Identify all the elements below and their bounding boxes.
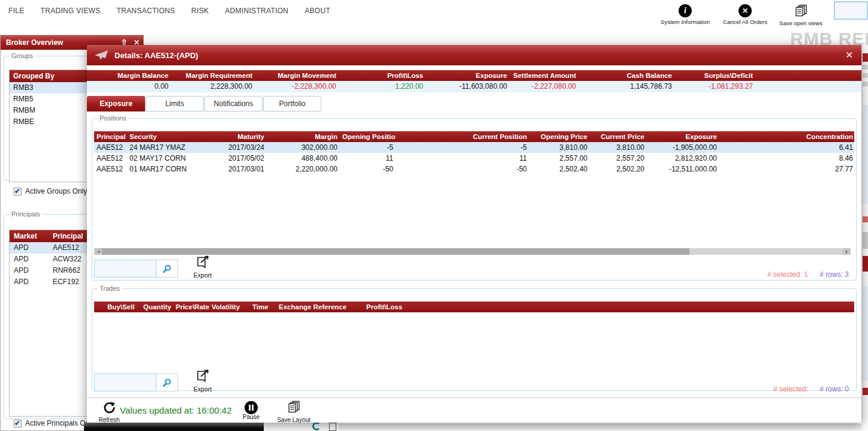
cell[interactable]: 3,810.00 <box>529 142 590 153</box>
cell-market[interactable]: APD <box>10 276 52 288</box>
col-current-position[interactable]: Current Position <box>396 131 529 142</box>
cell[interactable]: -12,511,000.00 <box>647 164 719 174</box>
summary-val-margin-requirement: 2,228,300.00 <box>171 81 255 92</box>
cell[interactable]: 2,812,920.00 <box>647 153 719 164</box>
menu-item-trading-views[interactable]: TRADING VIEWS <box>41 7 101 15</box>
summary-col-margin-balance: Margin Balance <box>87 70 171 81</box>
col-exposure[interactable]: Exposure <box>647 131 719 142</box>
dialog-close-icon[interactable] <box>845 50 853 61</box>
positions-h-scrollbar[interactable] <box>94 248 851 255</box>
cell[interactable]: 2,557.00 <box>529 153 590 164</box>
positions-search-button[interactable] <box>156 260 178 278</box>
cell[interactable]: 2017/05/02 <box>187 153 267 164</box>
trades-search-input[interactable] <box>94 373 156 391</box>
tab-notifications[interactable]: Notifications <box>204 96 263 111</box>
col-concentration[interactable]: Concentration <box>719 131 854 142</box>
cell[interactable]: 2,502.20 <box>590 164 647 174</box>
cell[interactable]: 3,810.00 <box>590 142 647 153</box>
quick-search-input[interactable] <box>834 1 868 20</box>
cell[interactable]: 2,502.40 <box>529 164 590 174</box>
summary-val-settlement-amount: -2,227,080.00 <box>510 81 578 92</box>
principals-col-market[interactable]: Market <box>10 230 52 242</box>
cell[interactable]: 8.46 <box>719 153 854 164</box>
col-margin[interactable]: Margin <box>267 131 340 142</box>
cell[interactable]: -50 <box>396 164 529 174</box>
cell-market[interactable]: APD <box>10 265 52 276</box>
cell[interactable]: 302,000.00 <box>267 142 340 153</box>
trades-search-button[interactable] <box>156 373 178 391</box>
col-price-rate[interactable]: Price\Rate <box>173 302 209 312</box>
cell[interactable]: 6.41 <box>719 142 854 153</box>
scroll-thumb[interactable] <box>102 248 689 255</box>
menu-item-about[interactable]: ABOUT <box>305 7 330 15</box>
cell[interactable]: 2,220,000.00 <box>267 164 340 174</box>
detail-tabs: Exposure Limits Notifications Portfolio <box>87 96 322 111</box>
cancel-all-orders-button[interactable]: Cancel All Orders <box>716 4 774 25</box>
col-exchange-reference[interactable]: Exchange Reference <box>276 302 364 312</box>
save-open-views-label: Save open views <box>772 20 830 26</box>
cell[interactable]: AAE512 <box>94 164 127 174</box>
save-layout-button[interactable]: Save Layout <box>270 400 318 423</box>
scroll-left-arrow-icon[interactable] <box>94 248 102 255</box>
col-trade-profit-loss[interactable]: Profit\Loss <box>364 302 454 312</box>
menu-item-risk[interactable]: RISK <box>191 7 209 15</box>
col-opening-price[interactable]: Opening Price <box>529 131 590 142</box>
save-open-views-button[interactable]: Save open views <box>772 4 830 26</box>
menu-item-file[interactable]: FILE <box>8 7 25 15</box>
tab-exposure[interactable]: Exposure <box>87 96 145 111</box>
col-maturity[interactable]: Maturity <box>187 131 267 142</box>
cell[interactable]: 2,557.20 <box>590 153 647 164</box>
col-volatility[interactable]: Volatility <box>209 302 250 312</box>
cell[interactable]: AAE512 <box>94 142 127 153</box>
menu-item-transactions[interactable]: TRANSACTIONS <box>116 7 175 15</box>
pause-icon <box>245 401 258 414</box>
summary-val-exposure: -11,603,080.00 <box>426 81 510 92</box>
cell[interactable]: -50 <box>340 164 396 174</box>
refresh-label: Refresh <box>92 417 126 423</box>
export-icon <box>195 369 211 384</box>
tab-limits[interactable]: Limits <box>146 96 204 111</box>
cell[interactable]: -5 <box>396 142 529 153</box>
position-row-2[interactable]: AAE512 02 MAY17 CORN 2017/05/02 488,400.… <box>94 153 854 164</box>
rows-label: # rows: <box>819 385 843 393</box>
positions-header-row: Principal Security Maturity Margin Openi… <box>94 131 854 142</box>
cell[interactable]: 02 MAY17 CORN <box>127 153 187 164</box>
position-row-3[interactable]: AAE512 01 MAR17 CORN 2017/03/01 2,220,00… <box>94 164 854 174</box>
positions-table: Principal Security Maturity Margin Openi… <box>94 131 854 174</box>
trades-export-button[interactable]: Export <box>189 369 216 393</box>
menu-bar: FILE TRADING VIEWS TRANSACTIONS RISK ADM… <box>8 7 330 15</box>
position-row-1[interactable]: AAE512 24 MAR17 YMAZ 2017/03/24 302,000.… <box>94 142 854 153</box>
col-current-price[interactable]: Current Price <box>590 131 647 142</box>
col-security[interactable]: Security <box>127 131 187 142</box>
cell[interactable]: 11 <box>340 153 396 164</box>
cell[interactable]: 01 MAR17 CORN <box>127 164 187 174</box>
cell[interactable]: AAE512 <box>94 153 127 164</box>
col-principal[interactable]: Principal <box>94 131 127 142</box>
background-window-bar <box>84 423 264 431</box>
cell[interactable]: 11 <box>396 153 529 164</box>
cell[interactable]: 2017/03/24 <box>187 142 267 153</box>
values-updated-text: Values updated at: 16:00:42 <box>120 405 232 415</box>
cell[interactable]: 2017/03/01 <box>187 164 267 174</box>
pause-button[interactable]: Pause <box>234 401 269 420</box>
cell[interactable]: 24 MAR17 YMAZ <box>127 142 187 153</box>
trades-export-label: Export <box>189 385 216 393</box>
cell-market[interactable]: APD <box>10 254 52 265</box>
positions-search-input[interactable] <box>94 260 156 278</box>
col-quantity[interactable]: Quantity <box>141 302 173 312</box>
menu-item-administration[interactable]: ADMINISTRATION <box>225 7 288 15</box>
cell[interactable]: -5 <box>340 142 396 153</box>
tab-portfolio[interactable]: Portfolio <box>263 96 321 111</box>
cell[interactable]: 488,400.00 <box>267 153 340 164</box>
cell[interactable]: 27.77 <box>719 164 854 174</box>
scroll-right-arrow-icon[interactable] <box>843 248 851 255</box>
col-opening-position[interactable]: Opening Position <box>340 131 396 142</box>
col-time[interactable]: Time <box>250 302 276 312</box>
cell-market[interactable]: APD <box>10 242 52 254</box>
cell[interactable]: -1,905,000.00 <box>647 142 719 153</box>
col-buy-sell[interactable]: Buy\Sell <box>94 302 141 312</box>
active-groups-checkbox[interactable] <box>14 188 22 195</box>
system-information-button[interactable]: System Information <box>656 4 714 25</box>
positions-export-button[interactable]: Export <box>189 255 216 279</box>
active-principals-checkbox[interactable] <box>14 420 22 427</box>
